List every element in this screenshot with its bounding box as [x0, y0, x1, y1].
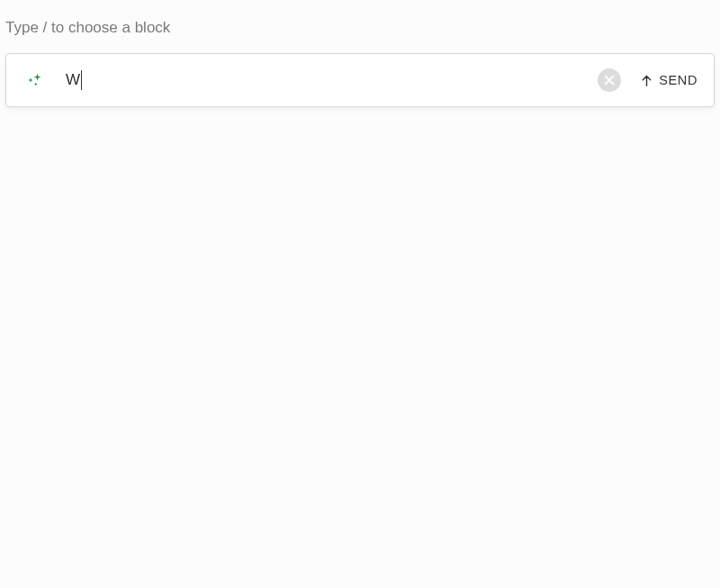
ai-prompt-value: W	[66, 71, 80, 89]
close-icon	[604, 75, 615, 86]
send-button[interactable]: SEND	[639, 73, 698, 88]
block-chooser-hint: Type / to choose a block	[0, 0, 720, 37]
ai-prompt-input[interactable]: W	[66, 54, 598, 106]
arrow-up-icon	[639, 73, 654, 88]
ai-prompt-container[interactable]: W SEND	[5, 53, 715, 107]
clear-button[interactable]	[598, 68, 621, 92]
text-cursor	[81, 70, 82, 90]
sparkles-icon	[26, 71, 44, 89]
send-label: SEND	[659, 73, 698, 87]
